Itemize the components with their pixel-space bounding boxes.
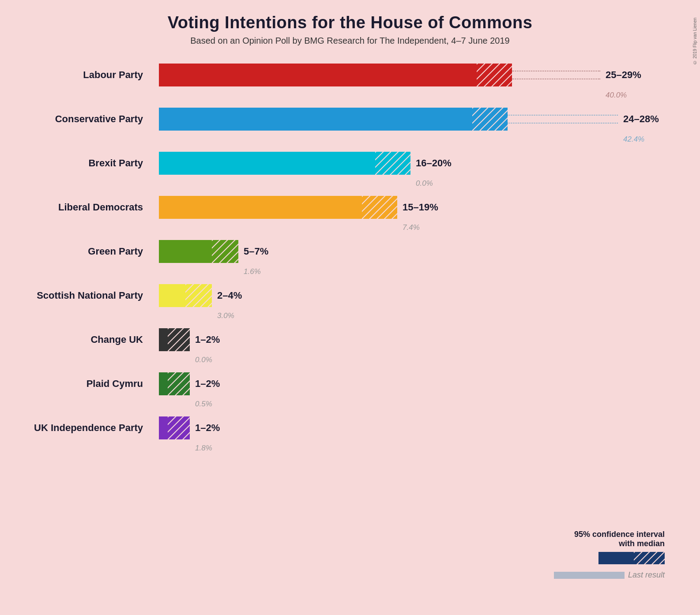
bar-hatch <box>362 196 397 219</box>
chart-subtitle: Based on an Opinion Poll by BMG Research… <box>18 36 682 46</box>
bar-row-wrapper: Green Party5–7%1.6% <box>159 240 682 276</box>
bar-row: Green Party5–7% <box>159 240 682 263</box>
bar-extension <box>508 115 618 124</box>
bar-solid <box>159 328 168 351</box>
bar-hatch <box>375 152 410 175</box>
bar-row-wrapper: Plaid Cymru1–2%0.5% <box>159 372 682 409</box>
bar-solid <box>159 152 375 175</box>
bar-group: 1–2% <box>159 328 220 351</box>
bar-row: Brexit Party16–20% <box>159 152 682 175</box>
range-label: 25–29% <box>606 69 641 81</box>
bar-group: 2–4% <box>159 284 242 307</box>
bar-group: 1–2% <box>159 372 220 395</box>
party-label: Liberal Democrats <box>18 202 150 213</box>
bar-row-wrapper: Conservative Party24–28%42.4% <box>159 108 682 144</box>
svg-rect-3 <box>472 108 508 131</box>
bar-row-wrapper: UK Independence Party1–2%1.8% <box>159 416 682 453</box>
bar-solid <box>159 284 185 307</box>
chart-title: Voting Intentions for the House of Commo… <box>18 13 682 32</box>
bar-row: UK Independence Party1–2% <box>159 416 682 439</box>
party-label: Change UK <box>18 334 150 345</box>
svg-rect-11 <box>185 284 212 307</box>
bar-solid <box>159 416 168 439</box>
bar-row-wrapper: Labour Party25–29%40.0% <box>159 64 682 100</box>
range-label: 1–2% <box>195 422 220 434</box>
bar-group: 25–29% <box>159 64 641 86</box>
bar-row: Scottish National Party2–4% <box>159 284 682 307</box>
prev-result-label: 42.4% <box>159 135 682 144</box>
chart-container: © 2019 Flip van Lienen Voting Intentions… <box>0 0 700 615</box>
bar-row: Liberal Democrats15–19% <box>159 196 682 219</box>
bar-extension <box>512 71 600 79</box>
prev-result-label: 0.0% <box>159 356 682 364</box>
bar-row-wrapper: Scottish National Party2–4%3.0% <box>159 284 682 320</box>
svg-rect-7 <box>362 196 397 219</box>
chart-legend: 95% confidence intervalwith median Last … <box>554 530 665 580</box>
bar-row: Conservative Party24–28% <box>159 108 682 131</box>
range-label: 2–4% <box>217 290 242 301</box>
range-label: 24–28% <box>623 113 659 125</box>
bar-solid <box>159 240 212 263</box>
bar-group: 15–19% <box>159 196 438 219</box>
bar-row-wrapper: Change UK1–2%0.0% <box>159 328 682 364</box>
bar-hatch <box>212 240 238 263</box>
bar-hatch <box>472 108 508 131</box>
bar-row: Plaid Cymru1–2% <box>159 372 682 395</box>
legend-hatch-box <box>634 552 665 564</box>
legend-title: 95% confidence intervalwith median <box>554 530 665 548</box>
bar-solid <box>159 64 477 86</box>
svg-rect-13 <box>168 328 190 351</box>
bar-group: 16–20% <box>159 152 452 175</box>
prev-result-label: 3.0% <box>159 311 682 320</box>
bar-hatch <box>185 284 212 307</box>
range-label: 1–2% <box>195 378 220 390</box>
bar-row-wrapper: Brexit Party16–20%0.0% <box>159 152 682 188</box>
bar-hatch <box>477 64 512 86</box>
legend-last-bar <box>554 572 625 579</box>
bar-row: Change UK1–2% <box>159 328 682 351</box>
prev-result-label: 40.0% <box>159 91 682 100</box>
svg-rect-5 <box>375 152 410 175</box>
bar-solid <box>159 108 472 131</box>
svg-rect-17 <box>168 416 190 439</box>
party-label: Plaid Cymru <box>18 378 150 390</box>
prev-result-label: 0.5% <box>159 400 682 409</box>
bar-hatch <box>168 328 190 351</box>
party-label: Brexit Party <box>18 158 150 169</box>
svg-rect-19 <box>634 552 665 564</box>
svg-rect-9 <box>212 240 238 263</box>
range-label: 5–7% <box>244 246 268 257</box>
bar-group: 5–7% <box>159 240 268 263</box>
legend-last-result: Last result <box>554 570 665 580</box>
party-label: Green Party <box>18 246 150 257</box>
svg-rect-15 <box>168 372 190 395</box>
legend-solid-box <box>598 552 634 564</box>
prev-result-label: 1.6% <box>159 267 682 276</box>
legend-boxes <box>554 552 665 564</box>
bar-hatch <box>168 416 190 439</box>
bars-area: Labour Party25–29%40.0%Conservative Part… <box>18 64 682 461</box>
bar-row-wrapper: Liberal Democrats15–19%7.4% <box>159 196 682 232</box>
bar-hatch <box>168 372 190 395</box>
party-label: Scottish National Party <box>18 290 150 301</box>
watermark: © 2019 Flip van Lienen <box>692 18 697 65</box>
bar-solid <box>159 196 362 219</box>
bar-solid <box>159 372 168 395</box>
prev-result-label: 0.0% <box>159 179 682 188</box>
party-label: Labour Party <box>18 69 150 81</box>
svg-rect-1 <box>477 64 512 86</box>
party-label: Conservative Party <box>18 113 150 125</box>
bar-row: Labour Party25–29% <box>159 64 682 86</box>
range-label: 15–19% <box>403 202 438 213</box>
range-label: 16–20% <box>416 158 452 169</box>
legend-last-label: Last result <box>628 570 665 580</box>
range-label: 1–2% <box>195 334 220 345</box>
prev-result-label: 1.8% <box>159 444 682 453</box>
party-label: UK Independence Party <box>18 422 150 434</box>
bar-group: 24–28% <box>159 108 659 131</box>
prev-result-label: 7.4% <box>159 223 682 232</box>
bar-group: 1–2% <box>159 416 220 439</box>
